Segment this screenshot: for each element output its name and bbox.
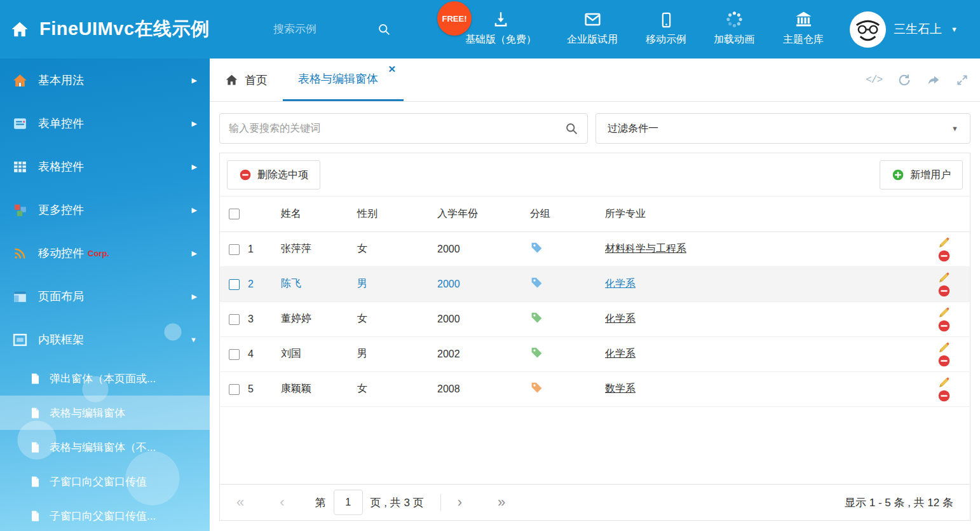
add-user-button[interactable]: 新增用户 — [880, 160, 963, 190]
column-name[interactable]: 姓名 — [281, 197, 357, 231]
sidebar: 基本用法 ▶ 表单控件 ▶ 表格控件 ▶ 更多控件 ▶ 移动控件 Corp. ▶… — [0, 59, 210, 531]
table-row[interactable]: 4 刘国 男 2002 化学系 — [220, 336, 970, 371]
tag-icon — [530, 311, 543, 324]
tab-close-icon[interactable]: ✕ — [388, 64, 396, 74]
chevron-right-icon: ▶ — [192, 249, 197, 258]
row-checkbox[interactable] — [229, 244, 240, 255]
column-row-number — [248, 197, 281, 231]
nav-basic-edition[interactable]: 基础版（免费） — [465, 10, 536, 46]
tag-icon — [530, 346, 543, 359]
chevron-right-icon: ▶ — [192, 206, 197, 214]
delete-minus-icon[interactable] — [937, 319, 951, 333]
frame-icon — [11, 331, 29, 348]
file-icon — [29, 407, 41, 419]
column-gender[interactable]: 性别 — [357, 197, 437, 231]
sidebar-subitem-child-to-parent-2[interactable]: 子窗口向父窗口传值... — [0, 499, 210, 531]
plus-circle-icon — [892, 169, 904, 181]
tab-home[interactable]: 首页 — [210, 59, 283, 101]
chevron-right-icon: ▶ — [192, 293, 197, 301]
sidebar-item-page-layout[interactable]: 页面布局 ▶ — [0, 275, 210, 318]
cubes-icon — [11, 202, 29, 219]
minus-circle-icon — [239, 169, 252, 181]
edit-pencil-icon[interactable] — [937, 376, 951, 389]
delete-minus-icon[interactable] — [937, 284, 951, 298]
major-link[interactable]: 材料科学与工程系 — [605, 243, 686, 254]
major-link[interactable]: 化学系 — [605, 348, 636, 359]
cell-gender: 女 — [357, 231, 437, 266]
edit-pencil-icon[interactable] — [937, 236, 951, 249]
sidebar-subitem-child-to-parent[interactable]: 子窗口向父窗口传值 — [0, 464, 210, 499]
delete-selected-button[interactable]: 删除选中项 — [227, 160, 320, 190]
search-icon[interactable] — [565, 122, 578, 135]
sidebar-item-basic-usage[interactable]: 基本用法 ▶ — [0, 59, 210, 102]
edit-pencil-icon[interactable] — [937, 341, 951, 354]
corp-badge: Corp. — [88, 249, 109, 258]
filter-dropdown[interactable]: 过滤条件一 ▼ — [595, 113, 970, 144]
table-row[interactable]: 1 张萍萍 女 2000 材料科学与工程系 — [220, 231, 970, 266]
nav-loading-animation[interactable]: 加载动画 — [714, 10, 754, 46]
column-major[interactable]: 所学专业 — [605, 197, 894, 231]
code-icon[interactable]: </> — [866, 74, 882, 86]
table-row-selected[interactable]: 2 陈飞 男 2000 化学系 — [220, 266, 970, 301]
home-icon — [10, 20, 29, 39]
delete-minus-icon[interactable] — [937, 249, 951, 263]
app-title: FineUIMvc在线示例 — [39, 17, 210, 42]
column-group[interactable]: 分组 — [530, 197, 605, 231]
major-link[interactable]: 数学系 — [605, 383, 636, 394]
table-row[interactable]: 5 康颖颖 女 2008 数学系 — [220, 371, 970, 406]
chevron-right-icon: ▶ — [192, 163, 197, 171]
page-label-prefix: 第 — [315, 495, 326, 510]
file-icon — [29, 373, 41, 385]
row-checkbox[interactable] — [229, 384, 240, 395]
next-page-button[interactable]: › — [458, 495, 462, 509]
prev-page-button[interactable]: ‹ — [280, 495, 284, 509]
sidebar-subitem-grid-edit-window-2[interactable]: 表格与编辑窗体（不... — [0, 430, 210, 464]
nav-label: 企业版试用 — [567, 33, 618, 46]
row-checkbox[interactable] — [229, 314, 240, 325]
expand-icon[interactable] — [956, 74, 969, 86]
major-link[interactable]: 化学系 — [605, 278, 636, 289]
app-logo[interactable]: FineUIMvc在线示例 — [10, 0, 210, 59]
tag-icon — [530, 241, 543, 254]
delete-minus-icon[interactable] — [937, 389, 951, 403]
search-icon[interactable] — [378, 23, 391, 36]
refresh-icon[interactable] — [897, 73, 911, 87]
nav-mobile-demo[interactable]: 移动示例 — [646, 10, 686, 46]
header-search-input[interactable] — [273, 23, 369, 36]
sidebar-subitem-popup-window[interactable]: 弹出窗体（本页面或... — [0, 361, 210, 396]
tab-bar: 首页 表格与编辑窗体 ✕ </> — [210, 59, 980, 102]
table-row[interactable]: 3 董婷婷 女 2000 化学系 — [220, 301, 970, 336]
row-number: 2 — [248, 266, 281, 301]
row-checkbox[interactable] — [229, 279, 240, 290]
edit-pencil-icon[interactable] — [937, 271, 951, 284]
user-menu[interactable]: 三生石上 ▼ — [850, 0, 958, 59]
spinner-icon — [725, 10, 744, 29]
major-link[interactable]: 化学系 — [605, 313, 636, 324]
nav-label: 加载动画 — [714, 33, 754, 46]
select-all-checkbox[interactable] — [229, 209, 240, 219]
sidebar-item-more-controls[interactable]: 更多控件 ▶ — [0, 188, 210, 231]
column-year[interactable]: 入学年份 — [437, 197, 530, 231]
first-page-button[interactable]: « — [236, 495, 244, 509]
app-header: FineUIMvc在线示例 FREE! 基础版（免费） 企业版试用 移动示例 加… — [0, 0, 980, 59]
page-input[interactable] — [334, 490, 363, 515]
keyword-search-input[interactable] — [229, 123, 565, 134]
share-arrow-icon[interactable] — [927, 73, 941, 87]
delete-minus-icon[interactable] — [937, 354, 951, 368]
sidebar-item-form-controls[interactable]: 表单控件 ▶ — [0, 102, 210, 145]
sidebar-item-mobile-controls[interactable]: 移动控件 Corp. ▶ — [0, 231, 210, 275]
last-page-button[interactable]: » — [498, 495, 505, 509]
tag-icon — [530, 276, 543, 289]
sidebar-subitem-grid-edit-window[interactable]: 表格与编辑窗体 — [0, 396, 210, 430]
sidebar-item-grid-controls[interactable]: 表格控件 ▶ — [0, 145, 210, 188]
nav-enterprise-trial[interactable]: 企业版试用 — [567, 10, 618, 46]
edit-pencil-icon[interactable] — [937, 306, 951, 319]
tag-icon — [530, 381, 543, 394]
sidebar-item-iframe[interactable]: 内联框架 ▼ — [0, 318, 210, 361]
free-badge: FREE! — [437, 1, 472, 36]
tab-grid-edit-window[interactable]: 表格与编辑窗体 ✕ — [283, 59, 404, 101]
row-number: 4 — [248, 336, 281, 371]
nav-theme-store[interactable]: 主题仓库 — [783, 10, 824, 46]
pager-divider — [440, 494, 441, 511]
row-checkbox[interactable] — [229, 349, 240, 360]
